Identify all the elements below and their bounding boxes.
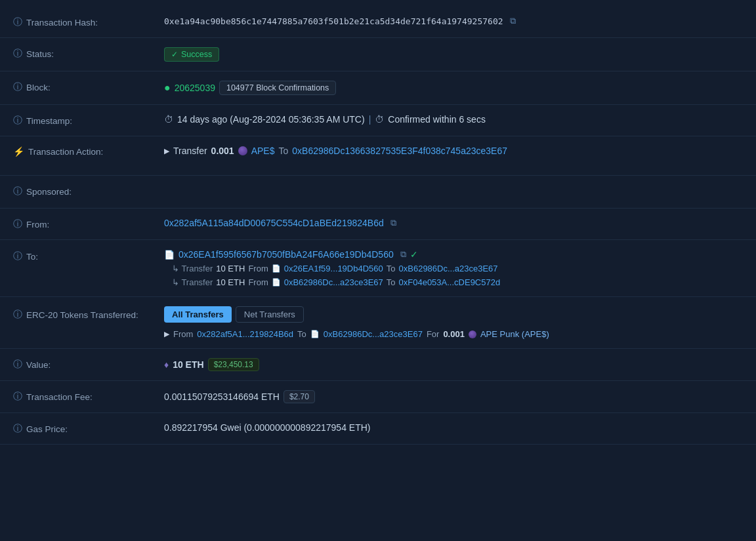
label-action-text: Transaction Action: [28, 147, 103, 157]
transfer-from-addr-2[interactable]: 0xB62986Dc...a23ce3E67 [284, 277, 383, 287]
row-gas: ⓘ Gas Price: 0.892217954 Gwei (0.0000000… [0, 413, 756, 445]
erc20-value-col: All Transfers Net Transfers ▶ From 0x282… [164, 306, 743, 339]
from-address-link[interactable]: 0x282af5A115a84dD00675C554cD1aBEd219824B… [164, 218, 384, 228]
value-from: 0x282af5A115a84dD00675C554cD1aBEd219824B… [164, 218, 743, 228]
transfer-to-addr-1[interactable]: 0xB62986Dc...a23ce3E67 [399, 264, 498, 273]
status-badge: ✓ Success [164, 47, 219, 62]
label-status-text: Status: [26, 49, 54, 59]
copy-to-icon[interactable]: ⧉ [400, 249, 406, 260]
erc-arrow-icon: ▶ [164, 330, 169, 338]
label-timestamp: ⓘ Timestamp: [13, 114, 164, 127]
value-usd-badge: $23,450.13 [208, 358, 259, 371]
label-fee-text: Transaction Fee: [26, 392, 93, 402]
transfer-amount-2: 10 ETH [216, 277, 245, 287]
question-icon-gas: ⓘ [13, 423, 22, 435]
action-amount: 0.001 [211, 146, 234, 156]
transfer-to-label-2: To [387, 277, 396, 287]
erc-token-dot [469, 331, 476, 338]
row-tx-hash: ⓘ Transaction Hash: 0xe1a94ac90be856c1e7… [0, 7, 756, 38]
tab-net-transfers[interactable]: Net Transfers [236, 306, 304, 323]
row-action: ⚡ Transaction Action: ▶ Transfer 0.001 A… [0, 136, 756, 176]
transfer-from-label-1: From [248, 264, 268, 273]
label-status: ⓘ Status: [13, 47, 164, 60]
erc-amount: 0.001 [443, 329, 465, 339]
verified-check-icon: ✓ [410, 249, 418, 260]
value-value: ♦ 10 ETH $23,450.13 [164, 358, 743, 371]
erc-from-label: From [173, 329, 193, 339]
label-sponsored-text: Sponsored: [26, 187, 72, 197]
row-status: ⓘ Status: ✓ Success [0, 38, 756, 71]
to-main-row: 📄 0x26EA1f595f6567b7050fBbA24F6A66e19Db4… [164, 249, 500, 260]
row-fee: ⓘ Transaction Fee: 0.00115079253146694 E… [0, 381, 756, 413]
fee-eth: 0.00115079253146694 ETH [164, 391, 280, 402]
label-value: ⓘ Value: [13, 358, 164, 371]
question-icon-hash: ⓘ [13, 16, 22, 28]
sub-transfer-2: ↳ Transfer 10 ETH From 📄 0xB62986Dc...a2… [164, 277, 500, 287]
action-arrow-icon: ▶ [164, 147, 169, 155]
block-confirmations-badge: 104977 Block Confirmations [219, 81, 336, 95]
block-number-link[interactable]: 20625039 [175, 83, 215, 93]
action-transfer-label: Transfer [173, 146, 207, 156]
label-block: ⓘ Block: [13, 81, 164, 93]
lightning-icon: ⚡ [13, 146, 24, 157]
block-dot-green: ● [164, 82, 171, 94]
value-tx-hash: 0xe1a94ac90be856c1e7447885a7603f501b2e21… [164, 16, 743, 26]
action-to-address-link[interactable]: 0xB62986Dc13663827535E3F4f038c745a23ce3E… [292, 146, 507, 156]
erc-token-name: APE Punk (APE$) [480, 329, 549, 339]
transfer-prefix-2: ↳ Transfer [172, 277, 213, 287]
erc-for-label: For [427, 329, 440, 339]
status-badge-text: Success [181, 50, 212, 59]
question-icon-block: ⓘ [13, 81, 22, 93]
clock-icon: ⏱ [164, 114, 173, 125]
timestamp-value: 14 days ago (Aug-28-2024 05:36:35 AM UTC… [177, 114, 365, 125]
label-from: ⓘ From: [13, 218, 164, 230]
timestamp-confirmed: Confirmed within 6 secs [388, 114, 486, 125]
doc-icon-erc: 📄 [310, 330, 320, 338]
erc-from-address[interactable]: 0x282af5A1...219824B6d [197, 329, 293, 339]
transfer-amount-1: 10 ETH [216, 264, 245, 273]
value-status: ✓ Success [164, 47, 743, 62]
value-action: ▶ Transfer 0.001 APE$ To 0xB62986Dc13663… [164, 146, 743, 156]
label-from-text: From: [26, 220, 49, 230]
erc-to-label: To [297, 329, 306, 339]
copy-from-icon[interactable]: ⧉ [390, 218, 396, 228]
label-timestamp-text: Timestamp: [26, 116, 72, 126]
value-fee: 0.00115079253146694 ETH $2.70 [164, 390, 743, 403]
value-gas: 0.892217954 Gwei (0.000000000892217954 E… [164, 422, 743, 433]
row-block: ⓘ Block: ● 20625039 104977 Block Confirm… [0, 71, 756, 105]
transfer-to-addr-2[interactable]: 0xF04e053A...cDE9C572d [399, 277, 501, 287]
transfer-from-label-2: From [248, 277, 268, 287]
label-action: ⚡ Transaction Action: [13, 146, 164, 157]
label-sponsored: ⓘ Sponsored: [13, 185, 164, 197]
fee-usd-badge: $2.70 [284, 390, 315, 403]
erc-to-address[interactable]: 0xB62986Dc...a23ce3E67 [324, 329, 423, 339]
transfer-prefix-1: ↳ Transfer [172, 264, 213, 273]
transfer-from-addr-1[interactable]: 0x26EA1f59...19Db4D560 [284, 264, 383, 273]
transaction-detail-page: ⓘ Transaction Hash: 0xe1a94ac90be856c1e7… [0, 0, 756, 451]
doc-icon-to: 📄 [164, 250, 175, 260]
sub-transfer-1: ↳ Transfer 10 ETH From 📄 0x26EA1f59...19… [164, 264, 500, 273]
label-tx-hash: ⓘ Transaction Hash: [13, 16, 164, 28]
to-address-link[interactable]: 0x26EA1f595f6567b7050fBbA24F6A66e19Db4D5… [178, 249, 394, 260]
row-sponsored: ⓘ Sponsored: [0, 176, 756, 209]
label-erc20-text: ERC-20 Tokens Transferred: [26, 310, 138, 320]
question-icon-from: ⓘ [13, 218, 22, 230]
value-eth: 10 ETH [173, 359, 203, 370]
eth-icon: ♦ [164, 359, 169, 370]
timestamp-separator: | [369, 114, 371, 125]
doc-icon-1: 📄 [272, 264, 281, 273]
label-fee: ⓘ Transaction Fee: [13, 390, 164, 403]
token-dot-icon [238, 146, 247, 155]
transfers-tab-group: All Transfers Net Transfers [164, 306, 738, 323]
tab-all-transfers[interactable]: All Transfers [164, 306, 232, 323]
action-token-link[interactable]: APE$ [251, 146, 275, 156]
clock-icon-2: ⏱ [375, 114, 384, 125]
question-icon-erc20: ⓘ [13, 309, 22, 321]
row-timestamp: ⓘ Timestamp: ⏱ 14 days ago (Aug-28-2024 … [0, 105, 756, 136]
row-erc20: ⓘ ERC-20 Tokens Transferred: All Transfe… [0, 297, 756, 349]
question-icon-value: ⓘ [13, 359, 22, 371]
row-to: ⓘ To: 📄 0x26EA1f595f6567b7050fBbA24F6A66… [0, 240, 756, 297]
copy-hash-icon[interactable]: ⧉ [510, 16, 516, 26]
doc-icon-2: 📄 [272, 278, 281, 287]
erc20-transfer-row: ▶ From 0x282af5A1...219824B6d To 📄 0xB62… [164, 329, 743, 339]
